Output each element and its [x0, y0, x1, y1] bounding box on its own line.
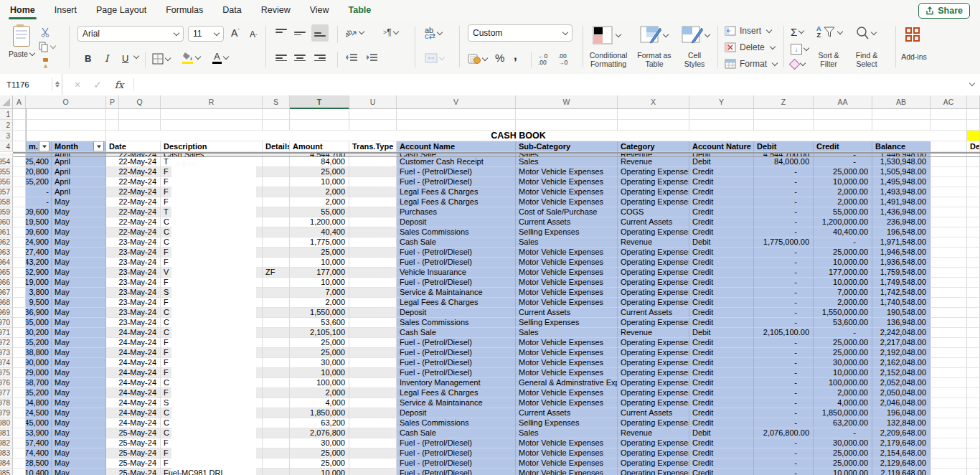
cell-far1-r979[interactable] — [930, 408, 967, 418]
cell-month-r974[interactable]: May — [52, 358, 106, 368]
cell-trans_type-r957[interactable] — [349, 187, 397, 197]
cell-category-r982[interactable]: Operating Expenses — [618, 438, 689, 448]
cell-debit-r959[interactable]: - — [754, 207, 814, 217]
cell-debit-r985[interactable]: - — [754, 469, 814, 475]
cell-sub_category-r974[interactable]: Motor Vehicle Expenses — [516, 358, 618, 368]
row-number-966[interactable]: 966 — [0, 278, 13, 288]
cell-debit-r968[interactable]: - — [754, 298, 814, 308]
cell-date-r958[interactable]: 22-May-24 — [106, 197, 161, 207]
insert-function-button[interactable]: fx — [110, 74, 128, 95]
cell-balance-r955[interactable]: 1,505,948.00 — [872, 167, 930, 177]
cell-balance-r958[interactable]: 1,491,948.00 — [872, 197, 930, 207]
empty-cell[interactable] — [349, 120, 397, 131]
cell-details-r985[interactable] — [263, 469, 290, 475]
cell-category-r974[interactable]: Operating Expenses — [618, 358, 689, 368]
cell-account_nature-r970[interactable]: Credit — [689, 318, 754, 328]
cell-date-r985[interactable]: 25-May-24 — [106, 469, 161, 475]
copy-button[interactable] — [39, 42, 55, 52]
column-header-R[interactable]: R — [161, 95, 263, 109]
enter-button[interactable]: ✓ — [89, 74, 106, 95]
cell-trans_type-r959[interactable] — [349, 207, 397, 217]
cell-far2-r964[interactable] — [967, 258, 980, 268]
cell-far1-r962[interactable] — [930, 238, 967, 248]
cell-num-r983[interactable]: 74,400 — [26, 448, 52, 458]
cell-amount-r953[interactable]: 4,544,700 — [290, 154, 349, 156]
cell-account_nature-r976[interactable]: Credit — [689, 378, 754, 388]
cell-num-r972[interactable]: 65,200 — [26, 338, 52, 348]
sheet-title-cell[interactable]: CASH BOOK — [106, 131, 930, 141]
cell-category-r954[interactable]: Revenue — [618, 157, 689, 167]
cell-num-r985[interactable]: 10,400 — [26, 469, 52, 475]
cell-account_nature-r955[interactable]: Credit — [689, 167, 754, 177]
cell-trans_type-r970[interactable] — [349, 318, 397, 328]
cell-num-r982[interactable]: 67,400 — [26, 438, 52, 448]
cell-debit-r979[interactable]: - — [754, 408, 814, 418]
cell-date-r973[interactable]: 24-May-24 — [106, 348, 161, 358]
cell-far1-r978[interactable] — [930, 398, 967, 408]
cell-balance-r964[interactable]: 1,936,548.00 — [872, 258, 930, 268]
cell-account_nature-r954[interactable]: Debit — [689, 157, 754, 167]
cell-debit-r984[interactable]: - — [754, 458, 814, 469]
cell-debit-r956[interactable]: - — [754, 177, 814, 187]
cell-num-r965[interactable]: 62,900 — [26, 268, 52, 278]
cell-far2-r972[interactable] — [967, 338, 980, 348]
cell-credit-r964[interactable]: 10,000.00 — [814, 258, 872, 268]
table-header-account_nature[interactable]: Account Nature — [689, 141, 754, 152]
empty-cell[interactable] — [814, 120, 872, 131]
cell-date-r959[interactable]: 22-May-24 — [106, 207, 161, 217]
cell-details-r963[interactable] — [263, 248, 290, 258]
table-header-credit[interactable]: Credit — [814, 141, 872, 152]
number-format-combobox[interactable]: Custom — [468, 24, 573, 42]
highlighted-yellow-cell[interactable] — [967, 131, 980, 141]
empty-cell[interactable] — [930, 131, 967, 141]
cell-account_nature-r961[interactable]: Credit — [689, 227, 754, 238]
cell-credit-r958[interactable]: 2,000.00 — [814, 197, 872, 207]
cell-category-r975[interactable]: Operating Expenses — [618, 368, 689, 378]
empty-cell[interactable] — [872, 109, 930, 120]
cell-account_nature-r966[interactable]: Credit — [689, 278, 754, 288]
row-number-981[interactable]: 981 — [0, 428, 13, 438]
table-header-description[interactable]: Description — [161, 141, 263, 152]
cell-category-r985[interactable]: Operating Expenses — [618, 469, 689, 475]
row-number-984[interactable]: 984 — [0, 458, 13, 469]
cell-category-r963[interactable]: Operating Expenses — [618, 248, 689, 258]
cell-far1-r954[interactable] — [930, 157, 967, 167]
cell-month-r959[interactable]: May — [52, 207, 106, 217]
cell-balance-r968[interactable]: 1,740,548.00 — [872, 298, 930, 308]
cell-sub_category-r961[interactable]: Selling Expenses — [516, 227, 618, 238]
cell-month-r956[interactable]: April — [52, 177, 106, 187]
cell-debit-r970[interactable]: - — [754, 318, 814, 328]
cell-far2-r963[interactable] — [967, 248, 980, 258]
cell-sub_category-r985[interactable]: Motor Vehicle Expenses — [516, 469, 618, 475]
cell-balance-r953[interactable]: 1,446,948.00 — [872, 154, 930, 156]
increase-indent-button[interactable] — [366, 53, 378, 63]
cell-far1-r966[interactable] — [930, 278, 967, 288]
cell-details-r977[interactable] — [263, 388, 290, 398]
cell-amount-r964[interactable]: 10,000 — [290, 258, 349, 268]
cell-A-r963[interactable] — [13, 248, 26, 258]
empty-cell[interactable] — [119, 120, 161, 131]
cell-sub_category-r954[interactable]: Sales — [516, 157, 618, 167]
cell-balance-r982[interactable]: 2,179,648.00 — [872, 438, 930, 448]
column-header-S[interactable]: S — [263, 95, 290, 109]
table-header-num[interactable]: m. — [26, 141, 52, 152]
cell-A-r970[interactable] — [13, 318, 26, 328]
row-number-980[interactable]: 980 — [0, 418, 13, 428]
cell-debit-r982[interactable]: - — [754, 438, 814, 448]
cell-month-r977[interactable]: May — [52, 388, 106, 398]
cell-account_nature-r971[interactable]: Debit — [689, 328, 754, 338]
row-number-955[interactable]: 955 — [0, 167, 13, 177]
cell-category-r979[interactable]: Current Assets — [618, 408, 689, 418]
empty-cell[interactable] — [967, 120, 980, 131]
row-number-962[interactable]: 962 — [0, 238, 13, 248]
row-number-4[interactable]: 4 — [0, 141, 13, 152]
cell-amount-r985[interactable]: 10,000 — [290, 469, 349, 475]
cell-A-r957[interactable] — [13, 187, 26, 197]
cell-A-r977[interactable] — [13, 388, 26, 398]
cell-month-r975[interactable]: May — [52, 368, 106, 378]
cell-category-r971[interactable]: Revenue — [618, 328, 689, 338]
cell-account_name-r976[interactable]: Inventory Management — [397, 378, 516, 388]
cell-A-r956[interactable] — [13, 177, 26, 187]
cell-amount-r973[interactable]: 25,000 — [290, 348, 349, 358]
cell-account_nature-r963[interactable]: Credit — [689, 248, 754, 258]
